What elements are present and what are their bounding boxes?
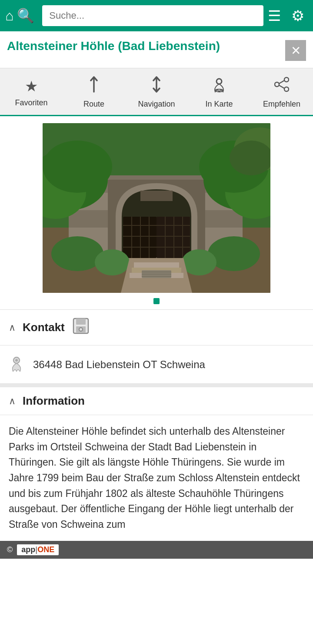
svg-point-32 (43, 141, 112, 193)
svg-rect-50 (76, 319, 86, 325)
save-icon[interactable] (72, 317, 90, 338)
svg-point-3 (275, 82, 279, 87)
svg-rect-15 (123, 217, 156, 258)
dot-1[interactable] (153, 298, 160, 304)
image-section (0, 116, 313, 310)
logo-app-text: app (21, 545, 35, 554)
share-icon (274, 76, 289, 96)
address-text: 36448 Bad Liebenstein OT Schweina (33, 359, 205, 371)
address-row: 36448 Bad Liebenstein OT Schweina (0, 345, 313, 384)
information-chevron-icon: ∧ (9, 396, 16, 407)
footer: © app|ONE (0, 541, 313, 559)
action-empfehlen[interactable]: Empfehlen (250, 68, 313, 115)
action-bar: ★ Favoriten Route Navigation In Karte (0, 68, 313, 116)
svg-point-39 (182, 249, 216, 275)
action-empfehlen-label: Empfehlen (263, 100, 300, 109)
information-title: Information (23, 394, 85, 408)
svg-point-38 (95, 249, 130, 275)
search-input[interactable] (42, 5, 263, 26)
svg-point-52 (79, 328, 83, 331)
title-bar: Altensteiner Höhle (Bad Liebenstein) ✕ (0, 31, 313, 68)
action-favoriten-label: Favoriten (15, 98, 47, 107)
svg-point-0 (216, 79, 222, 84)
settings-icon[interactable]: ⚙ (291, 7, 304, 24)
svg-point-2 (284, 77, 289, 82)
kontakt-section: ∧ Kontakt 36448 Bad Liebenstein OT Schwe… (0, 310, 313, 384)
close-button[interactable]: ✕ (285, 40, 306, 61)
information-text: Die Altensteiner Höhle befindet sich unt… (9, 424, 304, 532)
copyright-symbol: © (7, 545, 13, 554)
svg-point-54 (15, 359, 18, 362)
kontakt-header[interactable]: ∧ Kontakt (0, 310, 313, 345)
appone-logo: app|ONE (17, 544, 59, 555)
information-header[interactable]: ∧ Information (0, 384, 313, 415)
kontakt-title: Kontakt (23, 321, 65, 334)
action-in-karte[interactable]: In Karte (188, 68, 250, 115)
home-icon[interactable]: ⌂ (5, 8, 13, 24)
svg-line-5 (279, 80, 284, 84)
star-icon: ★ (25, 77, 38, 95)
header-right-icons: ☰ ⚙ (268, 7, 308, 24)
kontakt-chevron-icon: ∧ (9, 322, 16, 333)
action-navigation-label: Navigation (138, 100, 175, 109)
svg-line-6 (279, 85, 284, 88)
logo-one-text: ONE (37, 545, 54, 554)
action-navigation[interactable]: Navigation (125, 68, 188, 115)
header: ⌂ 🔍 ☰ ⚙ (0, 0, 313, 31)
information-body: Die Altensteiner Höhle befindet sich unt… (0, 415, 313, 541)
page-title: Altensteiner Höhle (Bad Liebenstein) (7, 38, 285, 54)
location-pin-icon (9, 354, 24, 375)
action-in-karte-label: In Karte (205, 100, 233, 109)
svg-point-4 (284, 87, 289, 91)
route-icon (87, 76, 101, 96)
image-dots (153, 298, 160, 304)
action-route[interactable]: Route (63, 68, 125, 115)
action-favoriten[interactable]: ★ Favoriten (0, 68, 63, 115)
menu-icon[interactable]: ☰ (268, 7, 281, 24)
svg-rect-29 (140, 191, 173, 201)
action-route-label: Route (83, 100, 104, 109)
main-image[interactable] (43, 123, 270, 293)
map-pin-icon (212, 76, 226, 96)
search-icon[interactable]: 🔍 (17, 7, 34, 24)
navigation-icon (149, 76, 164, 96)
svg-rect-40 (134, 262, 179, 268)
information-section: ∧ Information Die Altensteiner Höhle bef… (0, 384, 313, 541)
svg-rect-16 (156, 217, 190, 258)
